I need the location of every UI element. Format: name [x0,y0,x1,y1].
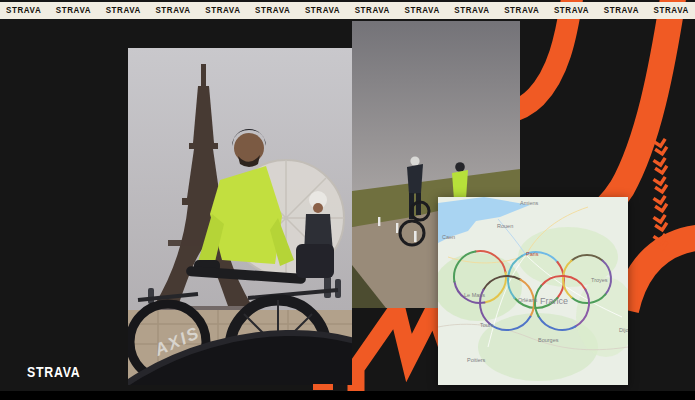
banner-wordmark: STRAVA [305,6,340,15]
chevron-down-icon [653,215,668,231]
banner-wordmark: STRAVA [554,6,589,15]
map-city-label: Troyes [591,277,608,283]
map-city-label: Paris [526,251,539,257]
banner-wordmark: STRAVA [504,6,539,15]
bottom-bar [0,391,695,400]
map-city-label: Dijon [619,327,628,333]
banner-wordmark: STRAVA [56,6,91,15]
banner-wordmark: STRAVA [106,6,141,15]
map-city-label: Le Mans [464,292,485,298]
chevron-down-icon [653,196,668,212]
chevron-down-icon [653,177,668,193]
map-city-label: Amiens [520,200,539,206]
banner-wordmark: STRAVA [6,6,41,15]
banner-wordmark: STRAVA [205,6,240,15]
strava-promo-page: STRAVASTRAVASTRAVASTRAVASTRAVASTRAVASTRA… [0,0,695,400]
chevron-column [653,139,668,250]
zigzag-graphic [356,309,450,398]
strava-marquee-banner: STRAVASTRAVASTRAVASTRAVASTRAVASTRAVASTRA… [0,2,695,19]
banner-wordmark: STRAVA [654,6,689,15]
map-city-label: Rouen [497,223,513,229]
banner-wordmark: STRAVA [355,6,390,15]
strava-logo[interactable]: STRAVA [27,364,81,380]
map-city-label: Orléans [518,297,538,303]
banner-wordmark: STRAVA [454,6,489,15]
banner-wordmark: STRAVA [405,6,440,15]
photo-eiffel-tower-cyclist: AXIS [128,48,352,385]
map-city-label: Caen [442,234,455,240]
accent-bar [313,384,333,390]
map-olympic-rings-routes: AmiensRouenCaenParisTroyesLe MansOrléans… [438,197,628,385]
banner-wordmark: STRAVA [255,6,290,15]
banner-wordmark: STRAVA [604,6,639,15]
chevron-down-icon [653,158,668,174]
map-city-label: Bourges [538,337,559,343]
banner-wordmark: STRAVA [155,6,190,15]
chevron-down-icon [653,139,668,155]
map-city-label: France [540,296,568,306]
map-city-label: Poitiers [467,357,486,363]
map-city-label: Tours [480,322,494,328]
